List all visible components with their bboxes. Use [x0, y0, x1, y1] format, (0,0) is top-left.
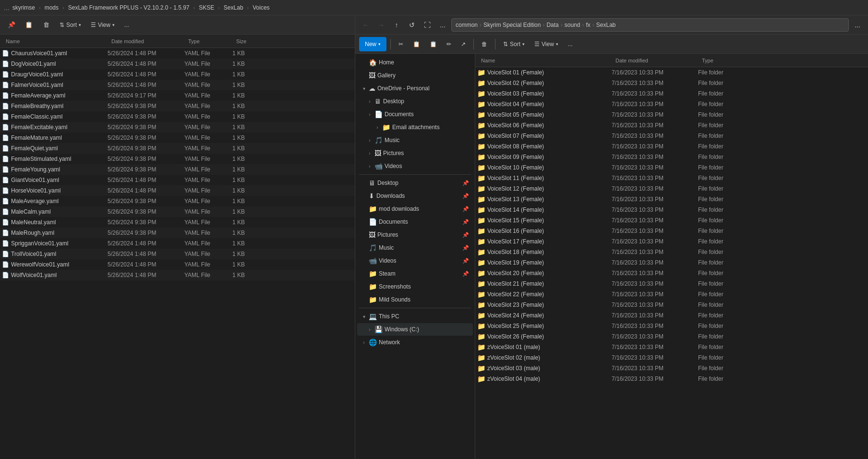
list-item[interactable]: 📄 ChaurusVoice01.yaml 5/26/2024 1:48 PM … [0, 48, 355, 59]
list-item[interactable]: 📄 DraugrVoice01.yaml 5/26/2024 1:48 PM Y… [0, 69, 355, 80]
right-share-button[interactable]: ↗ [457, 37, 470, 51]
table-row[interactable]: 📁 VoiceSlot 03 (Female) 7/16/2023 10:33 … [475, 88, 868, 99]
sidebar-item-desktop[interactable]: › 🖥 Desktop [357, 95, 473, 108]
table-row[interactable]: 📁 VoiceSlot 19 (Female) 7/16/2023 10:33 … [475, 257, 868, 268]
list-item[interactable]: 📄 HorseVoice01.yaml 5/26/2024 1:48 PM YA… [0, 185, 355, 196]
sidebar-item-documents[interactable]: 📄 Documents 📌 [357, 216, 473, 228]
breadcrumb-sexlab[interactable]: SexLab [224, 4, 243, 11]
left-copy-button[interactable]: 📋 [21, 18, 36, 32]
forward-button[interactable]: → [374, 18, 388, 32]
sidebar-item-pictures[interactable]: 🖼 Pictures 📌 [357, 229, 473, 241]
table-row[interactable]: 📁 VoiceSlot 10 (Female) 7/16/2023 10:33 … [475, 162, 868, 173]
list-item[interactable]: 📄 FemaleMature.yaml 5/26/2024 9:38 PM YA… [0, 133, 355, 143]
right-file-list[interactable]: 📁 VoiceSlot 01 (Female) 7/16/2023 10:33 … [475, 67, 868, 459]
table-row[interactable]: 📁 VoiceSlot 20 (Female) 7/16/2023 10:33 … [475, 268, 868, 278]
breadcrumb-sexlab-pplus[interactable]: SexLab Framework PPLUS - V2.10.2.0 - 1.5… [68, 4, 190, 11]
list-item[interactable]: 📄 FemaleYoung.yaml 5/26/2024 9:38 PM YAM… [0, 164, 355, 175]
list-item[interactable]: 📄 SprigganVoice01.yaml 5/26/2024 1:48 PM… [0, 238, 355, 249]
right-view-button[interactable]: ☰ View ▾ [530, 37, 562, 51]
address-bar[interactable]: common › Skyrim Special Edition › Data ›… [451, 18, 849, 32]
table-row[interactable]: 📁 VoiceSlot 15 (Female) 7/16/2023 10:33 … [475, 215, 868, 226]
list-item[interactable]: 📄 MaleNeutral.yaml 5/26/2024 9:38 PM YAM… [0, 217, 355, 228]
table-row[interactable]: 📁 VoiceSlot 24 (Female) 7/16/2023 10:33 … [475, 310, 868, 321]
left-file-list[interactable]: 📄 ChaurusVoice01.yaml 5/26/2024 1:48 PM … [0, 48, 355, 459]
left-more-button[interactable]: ... [121, 18, 133, 32]
sidebar-item-gallery[interactable]: 🖼 Gallery [357, 69, 473, 82]
sidebar-item-documents[interactable]: › 📄 Documents [357, 108, 473, 121]
table-row[interactable]: 📁 VoiceSlot 07 (Female) 7/16/2023 10:33 … [475, 131, 868, 141]
sidebar-item-pictures[interactable]: › 🖼 Pictures [357, 147, 473, 159]
table-row[interactable]: 📁 VoiceSlot 05 (Female) 7/16/2023 10:33 … [475, 109, 868, 120]
right-col-header-name[interactable]: Name [477, 58, 612, 63]
list-item[interactable]: 📄 FemaleQuiet.yaml 5/26/2024 9:38 PM YAM… [0, 143, 355, 154]
list-item[interactable]: 📄 TrollVoice01.yaml 5/26/2024 1:48 PM YA… [0, 249, 355, 259]
sidebar-item-email-attachments[interactable]: › 📁 Email attachments [357, 121, 473, 133]
left-pin-button[interactable]: 📌 [4, 18, 19, 32]
sidebar-item-music[interactable]: 🎵 Music 📌 [357, 242, 473, 254]
sidebar-item-home[interactable]: 🏠 Home [357, 56, 473, 69]
list-item[interactable]: 📄 FemaleAverage.yaml 5/26/2024 9:17 PM Y… [0, 90, 355, 101]
right-sort-button[interactable]: ⇅ Sort ▾ [499, 37, 529, 51]
breadcrumb-skyrimse[interactable]: skyrimse [12, 4, 35, 11]
left-view-button[interactable]: ☰ View ▾ [87, 18, 119, 32]
up-button[interactable]: ↑ [390, 18, 403, 32]
list-item[interactable]: 📄 FalmerVoice01.yaml 5/26/2024 1:48 PM Y… [0, 80, 355, 90]
sidebar-item-windows-c:[interactable]: › 💾 Windows (C:) [357, 323, 473, 336]
list-item[interactable]: 📄 FemaleStimulated.yaml 5/26/2024 9:38 P… [0, 154, 355, 164]
table-row[interactable]: 📁 VoiceSlot 02 (Female) 7/16/2023 10:33 … [475, 78, 868, 88]
table-row[interactable]: 📁 zVoiceSlot 03 (male) 7/16/2023 10:33 P… [475, 363, 868, 374]
sidebar-nav[interactable]: 🏠 Home 🖼 Gallery ▾ ☁ OneDrive - Personal… [355, 54, 475, 459]
sidebar-item-this-pc[interactable]: ▾ 💻 This PC [357, 310, 473, 323]
table-row[interactable]: 📁 VoiceSlot 01 (Female) 7/16/2023 10:33 … [475, 67, 868, 78]
list-item[interactable]: 📄 DogVoice01.yaml 5/26/2024 1:48 PM YAML… [0, 59, 355, 69]
list-item[interactable]: 📄 WolfVoice01.yaml 5/26/2024 1:48 PM YAM… [0, 270, 355, 280]
sidebar-item-music[interactable]: › 🎵 Music [357, 134, 473, 146]
table-row[interactable]: 📁 zVoiceSlot 04 (male) 7/16/2023 10:33 P… [475, 374, 868, 384]
table-row[interactable]: 📁 VoiceSlot 08 (Female) 7/16/2023 10:33 … [475, 141, 868, 152]
list-item[interactable]: 📄 FemaleBreathy.yaml 5/26/2024 9:38 PM Y… [0, 101, 355, 111]
list-item[interactable]: 📄 WerewolfVoice01.yaml 5/26/2024 1:48 PM… [0, 259, 355, 270]
col-header-name[interactable]: Name [2, 38, 108, 44]
table-row[interactable]: 📁 zVoiceSlot 01 (male) 7/16/2023 10:33 P… [475, 342, 868, 352]
right-col-header-date[interactable]: Date modified [612, 58, 698, 63]
right-copy-button[interactable]: 📋 [409, 37, 424, 51]
sidebar-item-mild-sounds[interactable]: 📁 Mild Sounds [357, 293, 473, 306]
left-delete-button[interactable]: 🗑 [38, 18, 54, 32]
list-item[interactable]: 📄 MaleCalm.yaml 5/26/2024 9:38 PM YAML F… [0, 206, 355, 217]
right-col-header-type[interactable]: Type [698, 58, 866, 63]
list-item[interactable]: 📄 GiantVoice01.yaml 5/26/2024 1:48 PM YA… [0, 175, 355, 185]
table-row[interactable]: 📁 VoiceSlot 26 (Female) 7/16/2023 10:33 … [475, 331, 868, 342]
sidebar-item-steam[interactable]: 📁 Steam 📌 [357, 267, 473, 280]
col-header-type[interactable]: Type [184, 38, 232, 44]
list-item[interactable]: 📄 MaleAverage.yaml 5/26/2024 9:38 PM YAM… [0, 196, 355, 206]
sidebar-item-videos[interactable]: › 📹 Videos [357, 160, 473, 172]
address-more-button[interactable]: ... [851, 18, 864, 32]
new-button[interactable]: New ▾ [359, 37, 386, 51]
sidebar-item-network[interactable]: › 🌐 Network [357, 336, 473, 349]
sidebar-item-desktop[interactable]: 🖥 Desktop 📌 [357, 177, 473, 189]
table-row[interactable]: 📁 VoiceSlot 13 (Female) 7/16/2023 10:33 … [475, 194, 868, 205]
col-header-date[interactable]: Date modified [108, 38, 184, 44]
table-row[interactable]: 📁 VoiceSlot 12 (Female) 7/16/2023 10:33 … [475, 183, 868, 194]
table-row[interactable]: 📁 VoiceSlot 09 (Female) 7/16/2023 10:33 … [475, 152, 868, 162]
back-button[interactable]: ← [359, 18, 373, 32]
table-row[interactable]: 📁 VoiceSlot 25 (Female) 7/16/2023 10:33 … [475, 321, 868, 331]
right-cut-button[interactable]: ✂ [395, 37, 407, 51]
table-row[interactable]: 📁 VoiceSlot 16 (Female) 7/16/2023 10:33 … [475, 226, 868, 236]
breadcrumb-mods[interactable]: mods [45, 4, 59, 11]
right-rename-button[interactable]: ✏ [443, 37, 455, 51]
list-item[interactable]: 📄 FemaleClassic.yaml 5/26/2024 9:38 PM Y… [0, 111, 355, 122]
list-item[interactable]: 📄 MaleRough.yaml 5/26/2024 9:38 PM YAML … [0, 228, 355, 238]
sidebar-item-onedrive---personal[interactable]: ▾ ☁ OneDrive - Personal [357, 82, 473, 95]
sidebar-item-screenshots[interactable]: 📁 Screenshots [357, 280, 473, 293]
breadcrumb-skse[interactable]: SKSE [199, 4, 214, 11]
right-delete-button[interactable]: 🗑 [478, 37, 491, 51]
table-row[interactable]: 📁 VoiceSlot 18 (Female) 7/16/2023 10:33 … [475, 247, 868, 257]
sidebar-item-videos[interactable]: 📹 Videos 📌 [357, 254, 473, 267]
refresh-button[interactable]: ↺ [405, 18, 419, 32]
list-item[interactable]: 📄 FemaleExcitable.yaml 5/26/2024 9:38 PM… [0, 122, 355, 133]
sidebar-item-mod-downloads[interactable]: 📁 mod downloads 📌 [357, 203, 473, 215]
table-row[interactable]: 📁 VoiceSlot 14 (Female) 7/16/2023 10:33 … [475, 205, 868, 215]
table-row[interactable]: 📁 VoiceSlot 11 (Female) 7/16/2023 10:33 … [475, 173, 868, 183]
table-row[interactable]: 📁 VoiceSlot 17 (Female) 7/16/2023 10:33 … [475, 236, 868, 247]
